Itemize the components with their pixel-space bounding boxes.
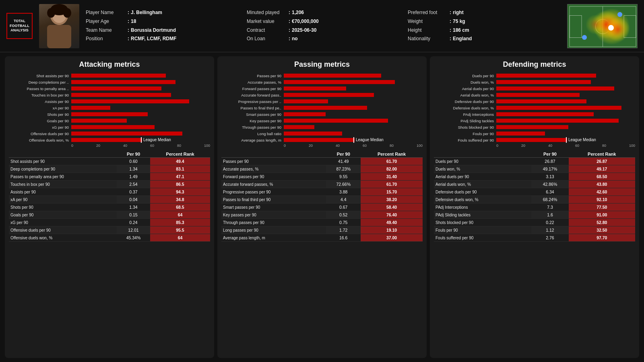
height-value: 186 cm: [453, 26, 469, 35]
bar-row: Fouls suffered per 90League Median: [434, 137, 635, 143]
percent-rank-value: 85.3: [150, 219, 210, 226]
percent-rank-value: 61.70: [361, 158, 423, 165]
bar-fill: [284, 80, 395, 84]
per90-value: 26.87: [531, 158, 568, 165]
bar-track: [284, 86, 423, 90]
bar-fill: [496, 74, 596, 78]
metric-name: Passes to final third per 90: [221, 196, 326, 204]
per90-value: 12.01: [117, 226, 150, 234]
bar-row: Assists per 90: [9, 99, 210, 104]
bar-fill: [496, 112, 594, 116]
metric-name: Fouls per 90: [434, 226, 531, 234]
metric-name: Defensive duels per 90: [434, 188, 531, 196]
bar-fill: [284, 74, 381, 78]
table-row: Smart passes per 900.6758.40: [221, 204, 423, 211]
foot-label: Preferred foot: [408, 8, 448, 17]
bar-track: League Median: [71, 138, 210, 142]
bar-row: Fouls per 90: [434, 131, 635, 136]
col-header-2: Percent Rank: [569, 151, 635, 158]
percent-rank-value: 68.5: [150, 204, 210, 211]
table-row: Average pass length, m16.637.00: [221, 234, 423, 242]
bar-label: Duels per 90: [434, 74, 496, 78]
bar-fill: [284, 132, 342, 136]
bar-label: Accurate forward pass..: [221, 93, 284, 97]
table-row: Through passes per 900.7549.40: [221, 219, 423, 226]
bar-label: Assists per 90: [9, 99, 71, 104]
percent-rank-value: 26.87: [569, 158, 635, 165]
bar-fill: [71, 93, 171, 97]
per90-value: 1.6: [531, 211, 568, 219]
nationality-label: Nationality: [408, 35, 448, 43]
per90-value: 72.66%: [326, 181, 361, 188]
bar-label: xA per 90: [9, 106, 71, 110]
passing-chart: Passes per 90Accurate passes, %Forward p…: [221, 73, 423, 148]
bar-track: [71, 86, 210, 90]
percent-rank-value: 37.00: [361, 234, 423, 242]
bar-row: Shot assists per 90: [9, 73, 210, 78]
per90-value: 1.72: [326, 226, 361, 234]
bar-label: Passes to final third pe..: [221, 106, 284, 110]
bar-track: [496, 99, 635, 103]
table-row: Offensive duels per 9012.0195.5: [9, 226, 210, 234]
bar-track: [496, 86, 635, 90]
bar-track: [496, 132, 635, 136]
per90-value: 1.12: [531, 226, 568, 234]
per90-value: 1.49: [117, 173, 150, 181]
bar-row: Long ball ratio: [221, 131, 423, 136]
nationality-value: England: [453, 35, 472, 43]
bar-track: [496, 119, 635, 123]
table-row: Progressive passes per 903.8815.70: [221, 188, 423, 196]
bar-track: [71, 74, 210, 78]
table-row: Passes to final third per 904.438.20: [221, 196, 423, 204]
percent-rank-value: 94.3: [150, 188, 210, 196]
logo: TOTAL FOOTBALL ANALYSIS: [6, 13, 33, 39]
x-axis: 020406080100: [71, 144, 210, 148]
bar-track: League Median: [284, 138, 423, 142]
bar-fill: [284, 93, 374, 97]
bar-track: [71, 132, 210, 136]
percent-rank-value: 68.50: [569, 173, 635, 181]
per90-value: 0.22: [531, 219, 568, 226]
bar-row: PAdj Interceptions: [434, 111, 635, 117]
bar-fill: [71, 74, 166, 78]
bar-label: Average pass length, m: [221, 138, 284, 142]
defending-panel: Defending metrics Duels per 90Duels won,…: [430, 56, 639, 358]
table-row: Aerial duels won, %42.86%43.80: [434, 181, 635, 188]
percent-rank-value: 95.5: [150, 226, 210, 234]
col-header-0: [434, 151, 531, 158]
metric-name: Deep completions per 90: [9, 165, 117, 173]
metric-name: Passes per 90: [221, 158, 326, 165]
percent-rank-value: 86.5: [150, 181, 210, 188]
percent-rank-value: 58.40: [361, 204, 423, 211]
percent-rank-value: 52.80: [569, 219, 635, 226]
main-content: Attacking metrics Shot assists per 90Dee…: [0, 52, 644, 362]
bar-row: Defensive duels won, %: [434, 105, 635, 111]
bar-label: PAdj Interceptions: [434, 112, 496, 117]
logo-line1: TOTAL: [14, 19, 25, 24]
percent-rank-value: 64: [150, 211, 210, 219]
percent-rank-value: 91.00: [569, 211, 635, 219]
per90-value: 87.23%: [326, 165, 361, 173]
bar-track: [496, 106, 635, 110]
bar-row: Offensive duels won, %League Median: [9, 137, 210, 143]
metric-name: Duels won, %: [434, 165, 531, 173]
per90-value: 0.24: [117, 219, 150, 226]
percent-rank-value: 83.1: [150, 165, 210, 173]
bar-track: [284, 132, 423, 136]
bar-row: Shots blocked per 90: [434, 124, 635, 130]
data-table: Per 90Percent RankShot assists per 900.6…: [9, 151, 210, 242]
bar-row: Touches in box per 90: [9, 92, 210, 98]
metric-name: PAdj Sliding tackles: [434, 211, 531, 219]
bar-row: Deep completions per ..: [9, 79, 210, 85]
bar-track: [71, 112, 210, 116]
bar-track: [71, 99, 210, 103]
bar-track: [284, 125, 423, 129]
bar-track: [284, 74, 423, 78]
bar-track: [496, 112, 635, 116]
bar-row: Goals per 90: [9, 118, 210, 123]
table-row: Defensive duels won, %68.24%92.10: [434, 196, 635, 204]
metric-name: Assists per 90: [9, 188, 117, 196]
bar-label: PAdj Sliding tackles: [434, 119, 496, 123]
age-value: 18: [131, 17, 136, 26]
per90-value: 0.60: [117, 158, 150, 165]
